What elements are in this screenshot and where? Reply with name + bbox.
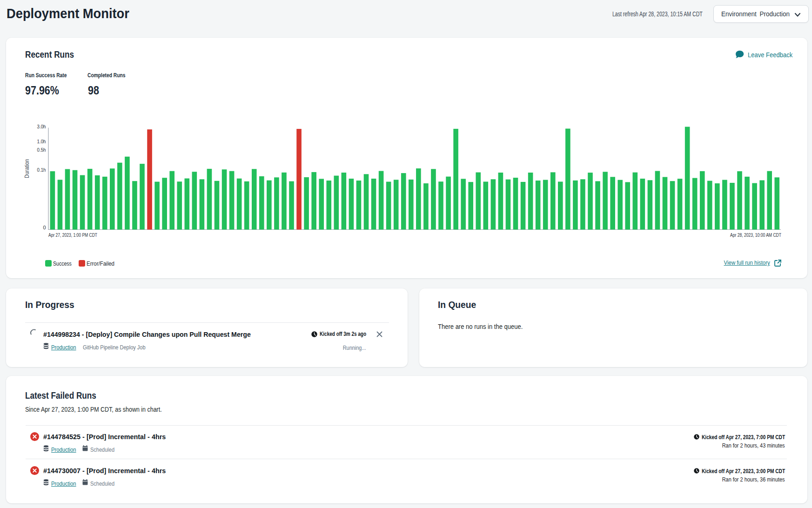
svg-text:3.0h: 3.0h — [37, 124, 46, 129]
svg-text:1.0h: 1.0h — [37, 139, 46, 144]
svg-text:Apr 28, 2023, 10:00 AM CDT: Apr 28, 2023, 10:00 AM CDT — [730, 232, 781, 238]
svg-text:0: 0 — [43, 225, 46, 230]
svg-text:Apr 27, 2023, 1:00 PM CDT: Apr 27, 2023, 1:00 PM CDT — [48, 232, 97, 238]
svg-text:0.1h: 0.1h — [37, 167, 46, 173]
svg-text:0.5h: 0.5h — [37, 147, 46, 153]
svg-text:Duration: Duration — [24, 159, 30, 178]
